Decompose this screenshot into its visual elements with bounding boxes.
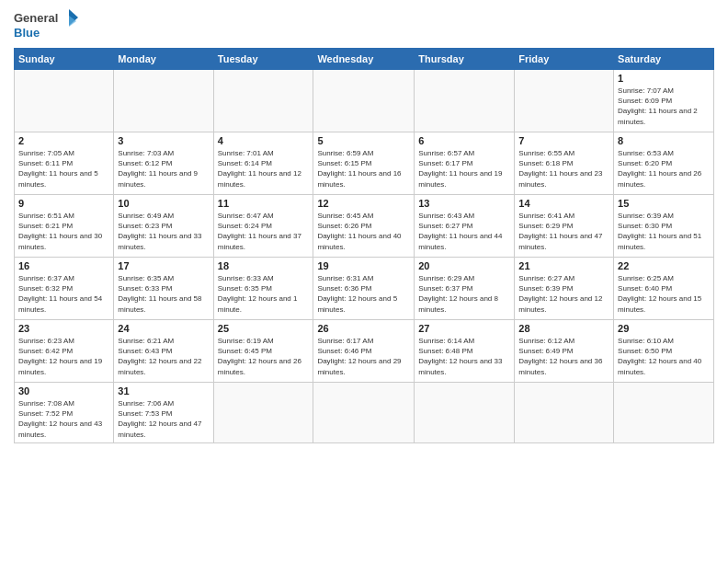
day-header-friday: Friday (515, 49, 614, 70)
day-info: Sunrise: 7:03 AM Sunset: 6:12 PM Dayligh… (118, 148, 209, 190)
day-info: Sunrise: 6:10 AM Sunset: 6:50 PM Dayligh… (618, 336, 710, 377)
day-number: 2 (18, 135, 109, 146)
calendar-cell (614, 383, 714, 443)
day-info: Sunrise: 6:19 AM Sunset: 6:45 PM Dayligh… (218, 336, 310, 377)
calendar-cell: 15Sunrise: 6:39 AM Sunset: 6:30 PM Dayli… (614, 195, 714, 258)
calendar-cell: 5Sunrise: 6:59 AM Sunset: 6:15 PM Daylig… (313, 132, 415, 195)
calendar-cell (114, 70, 213, 132)
day-number: 1 (618, 73, 710, 84)
day-number: 16 (18, 260, 109, 271)
calendar-cell (213, 70, 313, 132)
calendar-cell (415, 383, 515, 443)
day-info: Sunrise: 6:25 AM Sunset: 6:40 PM Dayligh… (618, 273, 710, 315)
week-row-2: 2Sunrise: 7:05 AM Sunset: 6:11 PM Daylig… (15, 132, 714, 195)
calendar-cell: 11Sunrise: 6:47 AM Sunset: 6:24 PM Dayli… (213, 195, 313, 258)
calendar-cell: 9Sunrise: 6:51 AM Sunset: 6:21 PM Daylig… (15, 195, 114, 258)
day-info: Sunrise: 6:29 AM Sunset: 6:37 PM Dayligh… (418, 273, 510, 315)
calendar-cell: 24Sunrise: 6:21 AM Sunset: 6:43 PM Dayli… (114, 320, 213, 383)
day-number: 6 (418, 135, 510, 146)
day-info: Sunrise: 6:43 AM Sunset: 6:27 PM Dayligh… (418, 211, 510, 252)
calendar-cell: 13Sunrise: 6:43 AM Sunset: 6:27 PM Dayli… (415, 195, 515, 258)
day-number: 19 (317, 260, 410, 271)
week-row-5: 23Sunrise: 6:23 AM Sunset: 6:42 PM Dayli… (15, 320, 714, 383)
calendar-cell (213, 383, 313, 443)
logo: General Blue (14, 9, 78, 42)
logo-svg: General Blue (14, 9, 78, 42)
day-header-thursday: Thursday (415, 49, 515, 70)
calendar-cell: 14Sunrise: 6:41 AM Sunset: 6:29 PM Dayli… (515, 195, 614, 258)
week-row-1: 1Sunrise: 7:07 AM Sunset: 6:09 PM Daylig… (15, 70, 714, 132)
calendar-cell (15, 70, 114, 132)
calendar-cell (313, 383, 415, 443)
calendar-cell: 18Sunrise: 6:33 AM Sunset: 6:35 PM Dayli… (213, 258, 313, 320)
day-number: 9 (18, 198, 109, 209)
day-info: Sunrise: 6:53 AM Sunset: 6:20 PM Dayligh… (618, 148, 710, 190)
calendar-cell: 16Sunrise: 6:37 AM Sunset: 6:32 PM Dayli… (15, 258, 114, 320)
day-number: 31 (118, 385, 209, 396)
day-info: Sunrise: 7:05 AM Sunset: 6:11 PM Dayligh… (18, 148, 109, 190)
day-number: 24 (118, 323, 209, 334)
day-info: Sunrise: 6:37 AM Sunset: 6:32 PM Dayligh… (18, 273, 109, 315)
calendar-cell: 27Sunrise: 6:14 AM Sunset: 6:48 PM Dayli… (415, 320, 515, 383)
day-number: 28 (518, 323, 609, 334)
svg-text:General: General (14, 11, 58, 25)
calendar-cell (515, 383, 614, 443)
calendar-cell: 4Sunrise: 7:01 AM Sunset: 6:14 PM Daylig… (213, 132, 313, 195)
week-row-3: 9Sunrise: 6:51 AM Sunset: 6:21 PM Daylig… (15, 195, 714, 258)
calendar-cell: 29Sunrise: 6:10 AM Sunset: 6:50 PM Dayli… (614, 320, 714, 383)
day-number: 17 (118, 260, 209, 271)
day-info: Sunrise: 6:12 AM Sunset: 6:49 PM Dayligh… (518, 336, 609, 377)
day-info: Sunrise: 6:41 AM Sunset: 6:29 PM Dayligh… (518, 211, 609, 252)
calendar-cell: 23Sunrise: 6:23 AM Sunset: 6:42 PM Dayli… (15, 320, 114, 383)
day-info: Sunrise: 6:55 AM Sunset: 6:18 PM Dayligh… (518, 148, 609, 190)
day-number: 22 (618, 260, 710, 271)
day-number: 15 (618, 198, 710, 209)
day-info: Sunrise: 6:51 AM Sunset: 6:21 PM Dayligh… (18, 211, 109, 252)
day-info: Sunrise: 7:06 AM Sunset: 7:53 PM Dayligh… (118, 398, 209, 440)
day-header-monday: Monday (114, 49, 213, 70)
calendar-page: General Blue SundayMondayTuesdayWednesda… (0, 0, 728, 563)
day-number: 26 (317, 323, 410, 334)
day-number: 5 (317, 135, 410, 146)
day-number: 10 (118, 198, 209, 209)
calendar-cell: 21Sunrise: 6:27 AM Sunset: 6:39 PM Dayli… (515, 258, 614, 320)
calendar-table: SundayMondayTuesdayWednesdayThursdayFrid… (14, 48, 714, 443)
calendar-cell: 30Sunrise: 7:08 AM Sunset: 7:52 PM Dayli… (15, 383, 114, 443)
day-info: Sunrise: 7:01 AM Sunset: 6:14 PM Dayligh… (218, 148, 310, 190)
day-number: 29 (618, 323, 710, 334)
day-header-sunday: Sunday (15, 49, 114, 70)
calendar-cell: 26Sunrise: 6:17 AM Sunset: 6:46 PM Dayli… (313, 320, 415, 383)
calendar-cell: 17Sunrise: 6:35 AM Sunset: 6:33 PM Dayli… (114, 258, 213, 320)
header: General Blue (14, 9, 714, 42)
day-number: 12 (317, 198, 410, 209)
day-info: Sunrise: 6:39 AM Sunset: 6:30 PM Dayligh… (618, 211, 710, 252)
day-info: Sunrise: 6:21 AM Sunset: 6:43 PM Dayligh… (118, 336, 209, 377)
calendar-cell: 8Sunrise: 6:53 AM Sunset: 6:20 PM Daylig… (614, 132, 714, 195)
day-number: 11 (218, 198, 310, 209)
calendar-cell: 1Sunrise: 7:07 AM Sunset: 6:09 PM Daylig… (614, 70, 714, 132)
calendar-cell (313, 70, 415, 132)
day-number: 14 (518, 198, 609, 209)
day-info: Sunrise: 6:45 AM Sunset: 6:26 PM Dayligh… (317, 211, 410, 252)
day-info: Sunrise: 6:14 AM Sunset: 6:48 PM Dayligh… (418, 336, 510, 377)
day-number: 30 (18, 385, 109, 396)
calendar-cell: 6Sunrise: 6:57 AM Sunset: 6:17 PM Daylig… (415, 132, 515, 195)
calendar-cell (415, 70, 515, 132)
calendar-cell: 19Sunrise: 6:31 AM Sunset: 6:36 PM Dayli… (313, 258, 415, 320)
day-number: 20 (418, 260, 510, 271)
day-number: 27 (418, 323, 510, 334)
day-number: 21 (518, 260, 609, 271)
day-info: Sunrise: 7:07 AM Sunset: 6:09 PM Dayligh… (618, 86, 710, 127)
day-number: 4 (218, 135, 310, 146)
day-info: Sunrise: 6:59 AM Sunset: 6:15 PM Dayligh… (317, 148, 410, 190)
day-number: 23 (18, 323, 109, 334)
svg-text:Blue: Blue (14, 26, 40, 40)
calendar-cell: 20Sunrise: 6:29 AM Sunset: 6:37 PM Dayli… (415, 258, 515, 320)
calendar-cell: 25Sunrise: 6:19 AM Sunset: 6:45 PM Dayli… (213, 320, 313, 383)
day-info: Sunrise: 6:57 AM Sunset: 6:17 PM Dayligh… (418, 148, 510, 190)
calendar-cell: 31Sunrise: 7:06 AM Sunset: 7:53 PM Dayli… (114, 383, 213, 443)
day-header-tuesday: Tuesday (213, 49, 313, 70)
calendar-cell: 12Sunrise: 6:45 AM Sunset: 6:26 PM Dayli… (313, 195, 415, 258)
week-row-4: 16Sunrise: 6:37 AM Sunset: 6:32 PM Dayli… (15, 258, 714, 320)
day-info: Sunrise: 6:47 AM Sunset: 6:24 PM Dayligh… (218, 211, 310, 252)
